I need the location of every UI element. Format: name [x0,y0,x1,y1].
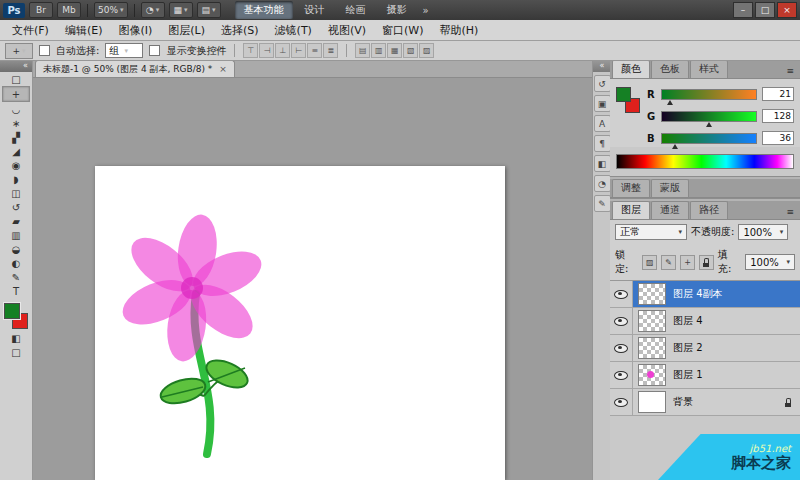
expand-panels-icon[interactable]: « [593,60,611,72]
slider-marker[interactable] [706,122,712,127]
workspace-design[interactable]: 设计 [296,1,334,19]
info-panel-icon[interactable]: ◔ [594,175,611,192]
tab-adjustments[interactable]: 调整 [612,179,650,197]
distribute-right-icon[interactable]: ▨ [419,43,434,58]
auto-select-checkbox[interactable] [39,45,50,56]
green-slider[interactable] [661,111,757,122]
arrange-documents-icon[interactable]: ▦ ▾ [169,2,193,18]
visibility-toggle[interactable] [610,362,633,388]
dodge-tool[interactable]: ◐ [3,256,29,270]
tab-paths[interactable]: 路径 [690,201,728,219]
menu-help[interactable]: 帮助(H) [431,23,486,38]
menu-view[interactable]: 视图(V) [320,23,374,38]
blur-tool[interactable]: ◒ [3,242,29,256]
layer-row-layer4-copy[interactable]: 图层 4副本 [610,281,800,308]
lasso-tool[interactable]: ◡ [3,102,29,116]
panel-menu-icon[interactable]: ≡ [782,66,798,78]
align-top-icon[interactable]: ⊤ [243,43,258,58]
align-center-icon[interactable]: ≡ [307,43,322,58]
color-spectrum-ramp[interactable] [616,154,794,169]
lock-position-icon[interactable]: + [680,255,695,270]
eraser-tool[interactable]: ▰ [3,214,29,228]
view-extras-icon[interactable]: ◔ ▾ [141,2,165,18]
foreground-color-swatch[interactable] [616,87,631,102]
distribute-bottom-icon[interactable]: ▦ [387,43,402,58]
tab-layers[interactable]: 图层 [612,201,650,219]
minimize-button[interactable]: – [733,2,753,18]
align-left-icon[interactable]: ⊣ [259,43,274,58]
fill-input[interactable]: 100% ▾ [745,254,795,270]
layer-thumbnail[interactable] [638,391,666,413]
blue-value[interactable]: 36 [762,131,794,145]
eyedropper-tool[interactable]: ◢ [3,144,29,158]
show-transform-checkbox[interactable] [149,45,160,56]
layer-thumbnail[interactable] [638,337,666,359]
quick-mask-mode-button[interactable]: ◧ [3,331,29,345]
layer-row-layer2[interactable]: 图层 2 [610,335,800,362]
type-tool[interactable]: T [3,284,29,298]
layer-row-layer4[interactable]: 图层 4 [610,308,800,335]
blend-mode-select[interactable]: 正常 ▾ [615,224,687,240]
menu-select[interactable]: 选择(S) [213,23,267,38]
brush-tool[interactable]: ◗ [3,172,29,186]
menu-file[interactable]: 文件(F) [4,23,57,38]
green-value[interactable]: 128 [762,109,794,123]
crop-tool[interactable]: ▞ [3,130,29,144]
visibility-toggle[interactable] [610,389,633,415]
brushes-panel-icon[interactable]: ✎ [594,195,611,212]
auto-select-dropdown[interactable]: 组 ▾ [105,43,143,58]
document-tab[interactable]: 未标题-1 @ 50% (图层 4 副本, RGB/8) * × [35,60,235,77]
move-tool-preset-icon[interactable]: + ▾ [5,43,33,59]
blue-slider[interactable] [661,133,757,144]
lock-transparent-pixels-icon[interactable]: ▨ [642,255,657,270]
visibility-toggle[interactable] [610,281,633,307]
styles-panel-icon[interactable]: ▣ [594,95,611,112]
screen-mode-icon[interactable]: ▤ ▾ [197,2,221,18]
history-panel-icon[interactable]: ↺ [594,75,611,92]
red-slider[interactable] [661,89,757,100]
layer-row-background[interactable]: 背景 [610,389,800,416]
distribute-middle-icon[interactable]: ▥ [371,43,386,58]
align-right-icon[interactable]: ⊢ [291,43,306,58]
clone-stamp-tool[interactable]: ◫ [3,186,29,200]
zoom-level-select[interactable]: 50% ▾ [94,2,128,18]
tab-close-icon[interactable]: × [219,64,227,74]
layer-row-layer1[interactable]: 图层 1 [610,362,800,389]
tab-color[interactable]: 颜色 [612,60,650,78]
slider-marker[interactable] [672,144,678,149]
menu-window[interactable]: 窗口(W) [374,23,431,38]
tab-swatches[interactable]: 色板 [651,60,689,78]
distribute-top-icon[interactable]: ▤ [355,43,370,58]
opacity-input[interactable]: 100% ▾ [738,224,788,240]
lock-all-icon[interactable] [699,255,714,270]
foreground-color-swatch[interactable] [4,303,20,319]
visibility-toggle[interactable] [610,335,633,361]
workspace-essentials[interactable]: 基本功能 [235,1,293,19]
tab-masks[interactable]: 蒙版 [651,179,689,197]
workspace-photography[interactable]: 摄影 [378,1,416,19]
lock-image-pixels-icon[interactable]: ✎ [661,255,676,270]
visibility-toggle[interactable] [610,308,633,334]
canvas[interactable] [95,166,505,480]
screen-mode-button[interactable]: □ [3,345,29,359]
align-bottom-icon[interactable]: ⊥ [275,43,290,58]
paragraph-panel-icon[interactable]: ¶ [594,135,611,152]
close-button[interactable]: × [777,2,797,18]
rectangular-marquee-tool[interactable]: □ [3,72,29,86]
red-value[interactable]: 21 [762,87,794,101]
layer-thumbnail[interactable] [638,364,666,386]
layer-thumbnail[interactable] [638,310,666,332]
pen-tool[interactable]: ✎ [3,270,29,284]
character-panel-icon[interactable]: A [594,115,611,132]
menu-image[interactable]: 图像(I) [110,23,160,38]
quick-selection-tool[interactable]: ∗ [3,116,29,130]
gradient-tool[interactable]: ▥ [3,228,29,242]
tab-styles[interactable]: 样式 [690,60,728,78]
workspace-painting[interactable]: 绘画 [337,1,375,19]
panel-menu-icon[interactable]: ≡ [782,207,798,219]
tab-channels[interactable]: 通道 [651,201,689,219]
history-brush-tool[interactable]: ↺ [3,200,29,214]
toolbox-collapse-icon[interactable]: « [0,60,32,72]
menu-layer[interactable]: 图层(L) [160,23,213,38]
healing-brush-tool[interactable]: ◉ [3,158,29,172]
